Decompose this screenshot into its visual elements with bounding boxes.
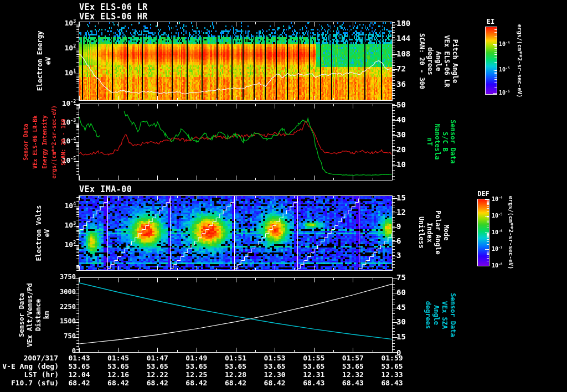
panel3-right-tick: 3 bbox=[396, 251, 401, 260]
colorbar2-units-text: ergs/(cm**2-sr-sec-eV) bbox=[507, 177, 514, 288]
time-label: 01:43 bbox=[68, 354, 90, 362]
table-cell: 53.65 bbox=[342, 363, 364, 370]
panel2-left-label-line: Sensor Data bbox=[21, 86, 30, 197]
panel1-right-tick: 144 bbox=[396, 34, 410, 43]
colorbar2-tick: 10-8 bbox=[492, 262, 503, 269]
table-cell: 53.65 bbox=[185, 363, 207, 370]
table-cell: 68.42 bbox=[107, 379, 129, 387]
table-cell: 12.32 bbox=[342, 371, 364, 379]
panel1-left-tick: 101 bbox=[64, 69, 76, 78]
table-cell: 53.65 bbox=[264, 363, 286, 370]
colorbar2-tick: 10-4 bbox=[492, 196, 503, 202]
panel3-right-tick: 6 bbox=[396, 237, 401, 245]
panel4-left-tick: 750 bbox=[64, 333, 76, 340]
colorbar2-tick: 10-5 bbox=[492, 213, 503, 219]
table-cell: 12.16 bbox=[107, 371, 129, 379]
table-cell: 53.65 bbox=[225, 363, 246, 370]
colorbar1-tick: 10-5 bbox=[499, 66, 510, 73]
colorbar2-units: ergs/(cm**2-sr-sec-eV) bbox=[507, 177, 514, 288]
table-row-label: F10.7 (sfu) bbox=[11, 379, 59, 387]
panel1-right-tick: 180 bbox=[396, 19, 410, 28]
colorbar1-tick: 10-6 bbox=[499, 90, 510, 96]
colorbar1-label: EI bbox=[487, 18, 494, 25]
panel3-left-tick: 102 bbox=[64, 241, 76, 249]
time-label: 01:53 bbox=[264, 354, 286, 362]
panel4-left-tick: 2250 bbox=[60, 303, 76, 311]
table-cell: 53.65 bbox=[107, 363, 129, 370]
panel2-right-tick: 10 bbox=[396, 161, 406, 169]
panel1-title-line2: VEx ELS-06 HR bbox=[79, 12, 148, 22]
panel4-right-tick: 45 bbox=[396, 303, 406, 312]
table-cell: 68.42 bbox=[68, 379, 90, 387]
vex-cl-multi-panel-plot: VEx ELS-06 LR VEx ELS-06 HR VEx IMA-00 1… bbox=[0, 0, 567, 392]
panel3-left-tick: 104 bbox=[64, 202, 76, 210]
panel1-left-tick: 103 bbox=[64, 19, 76, 28]
table-cell: 12.04 bbox=[68, 371, 90, 379]
panel1-right-tick: 108 bbox=[396, 50, 410, 58]
panel4-right-label-line: VEx SZA bbox=[440, 260, 449, 370]
panel3-title: VEx IMA-00 bbox=[79, 184, 132, 194]
colorbar1-units-text: ergs/(cm**2-sr-sec-eV) bbox=[516, 6, 523, 116]
time-label: 01:55 bbox=[303, 354, 324, 362]
panel4-left-tick: 1500 bbox=[60, 318, 76, 325]
table-row-label: LST (hr) bbox=[24, 371, 59, 379]
time-label: 01:45 bbox=[107, 354, 129, 362]
table-cell: 68.43 bbox=[342, 379, 364, 387]
panel3-right-tick: 9 bbox=[396, 223, 401, 231]
panel3-left-tick: 103 bbox=[64, 221, 76, 230]
table-cell: 68.43 bbox=[381, 379, 403, 387]
panel2-right-tick: 20 bbox=[396, 146, 406, 154]
panel1-right-label-line: SCAN: 20 - 300 bbox=[417, 6, 426, 116]
time-label: 01:51 bbox=[225, 354, 246, 362]
table-cell: 68.42 bbox=[225, 379, 246, 387]
table-cell: 53.65 bbox=[68, 363, 90, 370]
table-cell: 68.42 bbox=[264, 379, 286, 387]
colorbar1-tick: 10-4 bbox=[499, 41, 510, 47]
panel2-right-label-line: Sensor Data bbox=[449, 86, 457, 197]
table-row-label: V-E Ang (deg) bbox=[2, 363, 59, 370]
panel1-title-line1: VEx ELS-06 LR bbox=[79, 2, 148, 12]
table-cell: 53.65 bbox=[303, 363, 324, 370]
table-cell: 12.22 bbox=[147, 371, 168, 379]
panel4-left-tick: 3000 bbox=[60, 288, 76, 296]
date-label: 2007/317 bbox=[23, 354, 58, 362]
table-cell: 12.25 bbox=[185, 371, 207, 379]
colorbar1-units: ergs/(cm**2-sr-sec-eV) bbox=[516, 6, 523, 116]
panel2-right-tick: 30 bbox=[396, 131, 406, 139]
panel1-left-tick: 102 bbox=[64, 44, 76, 53]
panel4-right-tick: 15 bbox=[396, 333, 406, 341]
table-cell: 68.42 bbox=[185, 379, 207, 387]
panel2-left-label-line: SCAN: 20 - 150 bbox=[59, 86, 68, 197]
time-label: 01:59 bbox=[381, 354, 403, 362]
panel4-right-label-line: Sensor Data bbox=[449, 260, 457, 370]
panel4-right-label-line: Angle bbox=[432, 260, 440, 370]
table-cell: 12.33 bbox=[381, 371, 403, 379]
panel3-right-tick: 12 bbox=[396, 208, 406, 216]
panel2-right-tick: 40 bbox=[396, 116, 406, 124]
colorbar2-tick: 10-6 bbox=[492, 229, 503, 235]
panel4-right-label-line: degrees bbox=[424, 260, 432, 370]
colorbar2-label: DEF bbox=[477, 190, 489, 198]
panel3-right-tick: 15 bbox=[396, 194, 406, 202]
colorbar2-tick: 10-7 bbox=[492, 246, 503, 252]
time-label: 01:49 bbox=[185, 354, 207, 362]
table-cell: 68.42 bbox=[147, 379, 168, 387]
table-cell: 68.43 bbox=[303, 379, 324, 387]
table-cell: 12.31 bbox=[303, 371, 324, 379]
panel1-right-tick: 36 bbox=[396, 80, 406, 89]
panel4-right-tick: 30 bbox=[396, 318, 406, 326]
time-label: 01:47 bbox=[147, 354, 168, 362]
panel4-right-tick: 75 bbox=[396, 274, 406, 282]
table-cell: 12.28 bbox=[225, 371, 246, 379]
panel1-right-tick: 72 bbox=[396, 65, 406, 73]
table-cell: 53.65 bbox=[147, 363, 168, 370]
panel4-right-label: Sensor DataVEx SZAAngledegrees bbox=[424, 260, 457, 370]
panel4-right-tick: 60 bbox=[396, 288, 406, 297]
time-label: 01:57 bbox=[342, 354, 364, 362]
panel4-left-tick: 3750 bbox=[60, 274, 76, 281]
table-cell: 53.65 bbox=[381, 363, 403, 370]
table-cell: 12.30 bbox=[264, 371, 286, 379]
panel2-right-tick: 50 bbox=[396, 101, 406, 109]
